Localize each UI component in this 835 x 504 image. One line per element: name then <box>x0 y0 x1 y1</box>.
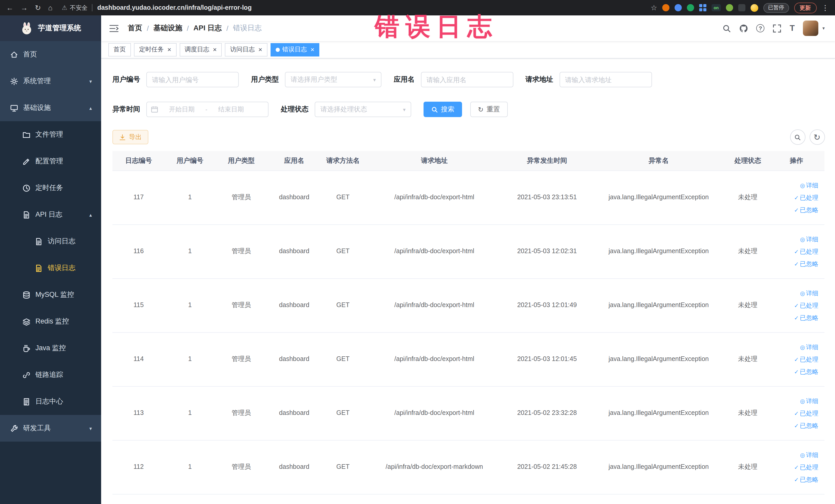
sidebar-item-log-center[interactable]: 日志中心 <box>0 388 101 415</box>
tab-schedule-log[interactable]: 调度日志× <box>179 43 222 56</box>
search-icon[interactable] <box>722 24 731 33</box>
action-detail-link[interactable]: ◎详细 <box>772 233 818 245</box>
logo[interactable]: 芋道管理系统 <box>0 15 101 41</box>
fullscreen-icon[interactable] <box>773 24 781 33</box>
cell-app: dashboard <box>267 278 321 332</box>
home-icon[interactable]: ⌂ <box>48 4 53 12</box>
help-icon[interactable]: ? <box>756 24 765 32</box>
extension-icon[interactable] <box>726 4 733 11</box>
sidebar-item-file-management[interactable]: 文件管理 <box>0 121 101 148</box>
hamburger-icon[interactable] <box>109 24 119 32</box>
action-ignored-link[interactable]: ✓已忽略 <box>772 258 818 270</box>
back-icon[interactable]: ← <box>6 4 13 12</box>
export-button[interactable]: 导出 <box>113 130 148 144</box>
action-detail-link[interactable]: ◎详细 <box>772 395 818 407</box>
extension-on-badge[interactable]: on <box>712 4 721 11</box>
avatar[interactable] <box>803 21 818 36</box>
sidebar-item-redis-monitor[interactable]: Redis 监控 <box>0 308 101 335</box>
action-processed-link[interactable]: ✓已处理 <box>772 461 818 473</box>
action-ignored-link[interactable]: ✓已忽略 <box>772 311 818 324</box>
forward-icon[interactable]: → <box>21 4 28 12</box>
reset-button[interactable]: ↻ 重置 <box>470 102 508 117</box>
export-button-label: 导出 <box>129 133 142 141</box>
view-icon: ◎ <box>800 236 805 242</box>
action-detail-link[interactable]: ◎详细 <box>772 341 818 353</box>
emoji-extension-icon[interactable] <box>751 4 758 12</box>
start-date-input[interactable] <box>161 106 203 113</box>
action-processed-link[interactable]: ✓已处理 <box>772 299 818 311</box>
breadcrumb-item-2[interactable]: API 日志 <box>194 24 222 33</box>
reload-icon[interactable]: ↻ <box>35 4 41 12</box>
cell-time: 2021-05-02 23:32:28 <box>504 386 590 440</box>
sidebar-item-error-log[interactable]: 错误日志 <box>0 255 101 281</box>
tab-scheduled-tasks[interactable]: 定时任务× <box>134 43 176 56</box>
sidebar-item-mysql-monitor[interactable]: MySQL 监控 <box>0 281 101 308</box>
action-processed-link[interactable]: ✓已处理 <box>772 407 818 419</box>
user-id-input[interactable] <box>146 72 239 87</box>
action-processed-link[interactable]: ✓已处理 <box>772 245 818 258</box>
end-date-input[interactable] <box>210 106 252 113</box>
breadcrumb-item-0[interactable]: 首页 <box>128 24 142 33</box>
chevron-down-icon[interactable]: ▾ <box>822 26 825 31</box>
sidebar-item-trace[interactable]: 链路追踪 <box>0 362 101 388</box>
sidebar-item-dev-tools[interactable]: 研发工具▾ <box>0 415 101 442</box>
cell-status: 未处理 <box>727 332 769 386</box>
action-processed-link[interactable]: ✓已处理 <box>772 191 818 204</box>
action-detail-link[interactable]: ◎详细 <box>772 179 818 191</box>
browser-menu-icon[interactable]: ⋮ <box>822 4 829 12</box>
cell-method: GET <box>321 170 365 224</box>
sidebar-item-api-log[interactable]: API 日志▴ <box>0 201 101 228</box>
close-tab-icon[interactable]: × <box>258 46 262 53</box>
cell-id: 115 <box>113 278 165 332</box>
action-processed-link[interactable]: ✓已处理 <box>772 353 818 365</box>
action-ignored-link[interactable]: ✓已忽略 <box>772 419 818 431</box>
sidebar-item-scheduled-tasks[interactable]: 定时任务 <box>0 175 101 201</box>
action-detail-link[interactable]: ◎详细 <box>772 287 818 299</box>
github-icon[interactable] <box>739 24 748 33</box>
update-button[interactable]: 更新 <box>794 2 816 13</box>
sidebar-item-java-monitor[interactable]: Java 监控 <box>0 335 101 362</box>
cell-user_type: 管理员 <box>215 224 267 278</box>
app-name-input[interactable] <box>421 72 513 87</box>
link-icon <box>23 371 30 379</box>
toggle-search-button[interactable] <box>790 129 805 145</box>
refresh-table-button[interactable]: ↻ <box>809 129 825 145</box>
tab-access-log[interactable]: 访问日志× <box>225 43 267 56</box>
extension-icon[interactable] <box>738 4 746 11</box>
process-status-select[interactable]: 请选择处理状态 ▾ <box>315 102 411 117</box>
sidebar-filler <box>0 442 101 504</box>
coffee-icon <box>23 344 30 352</box>
breadcrumb-item-1[interactable]: 基础设施 <box>154 24 182 33</box>
url-text[interactable]: dashboard.yudao.iocoder.cn/infra/log/api… <box>97 4 251 11</box>
action-detail-link[interactable]: ◎详细 <box>772 448 818 461</box>
sidebar-item-home[interactable]: 首页 <box>0 41 101 68</box>
sidebar-item-access-log[interactable]: 访问日志 <box>0 228 101 255</box>
sidebar-item-system-management[interactable]: 系统管理▾ <box>0 68 101 95</box>
extension-icon[interactable] <box>662 4 669 11</box>
close-tab-icon[interactable]: × <box>311 46 314 53</box>
bookmark-star-icon[interactable]: ☆ <box>651 4 657 12</box>
check-icon: ✓ <box>794 422 799 428</box>
chevron-up-icon: ▴ <box>89 105 92 110</box>
user-type-select[interactable]: 请选择用户类型 ▾ <box>285 72 382 87</box>
date-range-picker[interactable]: - <box>146 102 268 117</box>
action-ignored-link[interactable]: ✓已忽略 <box>772 473 818 485</box>
extension-grid-icon[interactable] <box>699 4 707 11</box>
search-button[interactable]: 搜索 <box>424 102 462 117</box>
tab-error-log[interactable]: 错误日志× <box>270 43 320 56</box>
tab-home[interactable]: 首页 <box>108 43 131 56</box>
sidebar-item-infrastructure[interactable]: 基础设施▴ <box>0 95 101 121</box>
close-tab-icon[interactable]: × <box>213 46 217 53</box>
breadcrumb: 首页/基础设施/API 日志/错误日志 <box>128 24 262 33</box>
security-label[interactable]: ⚠ 不安全 <box>62 4 87 12</box>
sidebar-item-config-management[interactable]: 配置管理 <box>0 148 101 175</box>
action-ignored-link[interactable]: ✓已忽略 <box>772 365 818 378</box>
extension-icon[interactable] <box>675 4 682 11</box>
action-ignored-link[interactable]: ✓已忽略 <box>772 204 818 216</box>
request-url-input[interactable] <box>559 72 652 87</box>
font-size-icon[interactable]: T <box>790 24 795 32</box>
extension-icon[interactable] <box>687 4 694 11</box>
table-row: 1141管理员dashboardGET/api/infra/db-doc/exp… <box>113 332 824 386</box>
close-tab-icon[interactable]: × <box>167 46 171 53</box>
address-bar[interactable]: ⚠ 不安全 dashboard.yudao.iocoder.cn/infra/l… <box>62 4 650 12</box>
